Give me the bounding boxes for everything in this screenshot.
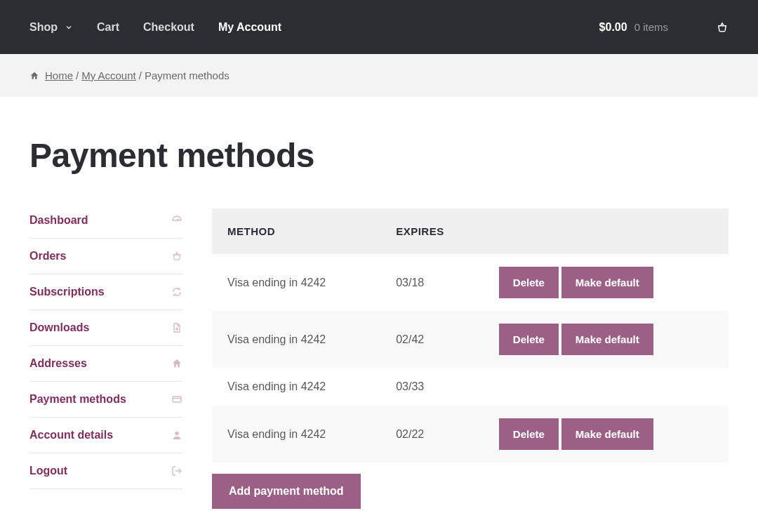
sidebar-item-downloads[interactable]: Downloads <box>29 310 182 346</box>
table-row: Visa ending in 424202/22DeleteMake defau… <box>212 406 729 463</box>
th-actions <box>484 208 729 254</box>
breadcrumb-home[interactable]: Home <box>29 69 73 81</box>
nav-cart[interactable]: Cart <box>97 21 119 34</box>
svg-point-2 <box>175 432 178 435</box>
nav-left: Shop Cart Checkout My Account <box>29 21 281 34</box>
cell-method: Visa ending in 4242 <box>212 368 380 406</box>
cell-actions: DeleteMake default <box>484 311 729 368</box>
breadcrumb-home-link[interactable]: Home <box>45 69 73 81</box>
refresh-icon <box>171 286 182 298</box>
cart-amount: $0.00 <box>599 21 627 34</box>
top-nav: Shop Cart Checkout My Account $0.00 0 it… <box>0 0 758 54</box>
sidebar-item-addresses[interactable]: Addresses <box>29 346 182 382</box>
cart-summary[interactable]: $0.00 0 items <box>599 21 729 34</box>
cell-expires: 02/22 <box>380 406 484 463</box>
add-payment-method-button[interactable]: Add payment method <box>212 474 361 509</box>
file-icon <box>171 322 182 333</box>
breadcrumb-sep: / <box>76 69 79 81</box>
payment-methods-table: METHOD EXPIRES Visa ending in 424203/18D… <box>212 208 729 463</box>
card-icon <box>171 394 182 405</box>
delete-button[interactable]: Delete <box>499 418 559 450</box>
table-row: Visa ending in 424203/18DeleteMake defau… <box>212 254 729 311</box>
sidebar-item-orders[interactable]: Orders <box>29 239 182 274</box>
sidebar-item-label: Orders <box>29 250 66 262</box>
sidebar-item-subscriptions[interactable]: Subscriptions <box>29 274 182 310</box>
cell-expires: 03/33 <box>380 368 484 406</box>
sidebar-item-payment-methods[interactable]: Payment methods <box>29 382 182 418</box>
make-default-button[interactable]: Make default <box>561 324 653 355</box>
cell-expires: 03/18 <box>380 254 484 311</box>
home-icon <box>171 358 182 369</box>
th-expires: EXPIRES <box>380 208 484 254</box>
cell-actions <box>484 368 729 406</box>
basket-icon <box>716 21 729 34</box>
sidebar-item-label: Dashboard <box>29 214 88 227</box>
cell-expires: 02/42 <box>380 311 484 368</box>
sidebar-item-logout[interactable]: Logout <box>29 453 182 489</box>
table-row: Visa ending in 424203/33 <box>212 368 729 406</box>
breadcrumb-current: Payment methods <box>145 69 230 81</box>
make-default-button[interactable]: Make default <box>561 418 653 450</box>
nav-shop-label: Shop <box>29 21 58 34</box>
cell-actions: DeleteMake default <box>484 254 729 311</box>
breadcrumb-sep: / <box>139 69 142 81</box>
cell-method: Visa ending in 4242 <box>212 406 380 463</box>
th-method: METHOD <box>212 208 380 254</box>
nav-cart-label: Cart <box>97 21 119 34</box>
cart-items-count: 0 items <box>634 21 668 33</box>
nav-shop[interactable]: Shop <box>29 21 73 34</box>
page-title: Payment methods <box>29 136 729 175</box>
delete-button[interactable]: Delete <box>499 267 559 298</box>
sidebar-item-label: Account details <box>29 429 113 441</box>
breadcrumb-account-link[interactable]: My Account <box>81 69 136 81</box>
dashboard-icon <box>171 215 182 226</box>
nav-my-account-label: My Account <box>218 21 281 34</box>
breadcrumb: Home / My Account / Payment methods <box>0 54 758 97</box>
nav-checkout[interactable]: Checkout <box>143 21 194 34</box>
logout-icon <box>171 465 182 477</box>
cell-method: Visa ending in 4242 <box>212 254 380 311</box>
home-icon <box>29 71 39 81</box>
user-icon <box>171 430 182 441</box>
sidebar-item-label: Subscriptions <box>29 286 105 298</box>
sidebar-item-account-details[interactable]: Account details <box>29 418 182 453</box>
cell-method: Visa ending in 4242 <box>212 311 380 368</box>
nav-my-account[interactable]: My Account <box>218 21 281 34</box>
account-sidebar: DashboardOrdersSubscriptionsDownloadsAdd… <box>29 208 182 509</box>
sidebar-item-label: Logout <box>29 465 67 477</box>
main-content: METHOD EXPIRES Visa ending in 424203/18D… <box>212 208 729 509</box>
chevron-down-icon <box>65 23 73 32</box>
delete-button[interactable]: Delete <box>499 324 559 355</box>
sidebar-item-label: Addresses <box>29 357 87 370</box>
make-default-button[interactable]: Make default <box>561 267 653 298</box>
table-row: Visa ending in 424202/42DeleteMake defau… <box>212 311 729 368</box>
basket-icon <box>171 251 182 262</box>
cell-actions: DeleteMake default <box>484 406 729 463</box>
sidebar-item-dashboard[interactable]: Dashboard <box>29 208 182 239</box>
svg-rect-0 <box>173 397 181 402</box>
nav-checkout-label: Checkout <box>143 21 194 34</box>
sidebar-item-label: Payment methods <box>29 393 126 406</box>
sidebar-item-label: Downloads <box>29 321 89 334</box>
